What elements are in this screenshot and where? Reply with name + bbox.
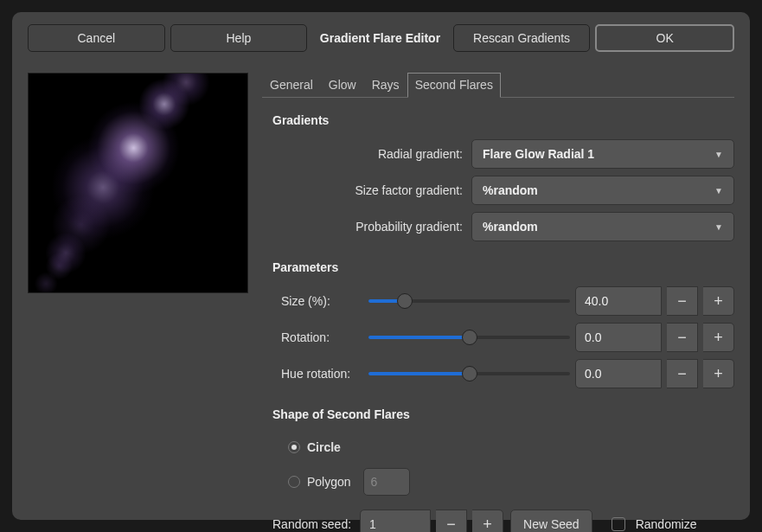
- radial-gradient-value: Flare Glow Radial 1: [483, 147, 714, 161]
- seed-row: Random seed: 1 − + New Seed Randomize: [262, 510, 734, 532]
- prob-gradient-row: Probability gradient: %random ▼: [262, 212, 734, 241]
- dialog-title: Gradient Flare Editor: [312, 24, 448, 52]
- size-plus-button[interactable]: +: [703, 286, 734, 316]
- seed-minus-button[interactable]: −: [436, 510, 467, 532]
- randomize-label: Randomize: [636, 517, 697, 531]
- parameters-heading: Parameters: [272, 260, 734, 274]
- radial-gradient-row: Radial gradient: Flare Glow Radial 1 ▼: [262, 139, 734, 169]
- size-gradient-select[interactable]: %random ▼: [471, 176, 734, 205]
- hue-row: Hue rotation: 0.0 − +: [262, 359, 734, 388]
- prob-gradient-value: %random: [483, 220, 714, 234]
- preview-canvas: [28, 73, 248, 293]
- polygon-label: Polygon: [307, 475, 351, 489]
- prob-gradient-select[interactable]: %random ▼: [471, 212, 734, 241]
- rotation-label: Rotation:: [281, 330, 363, 344]
- tab-glow[interactable]: Glow: [321, 73, 364, 97]
- flare-render: [29, 74, 247, 292]
- shape-heading: Shape of Second Flares: [272, 407, 734, 421]
- size-gradient-value: %random: [483, 183, 714, 197]
- hue-slider[interactable]: [368, 360, 570, 388]
- polygon-radio[interactable]: [288, 476, 300, 488]
- size-label: Size (%):: [281, 294, 363, 308]
- gradients-heading: Gradients: [272, 113, 734, 127]
- randomize-checkbox[interactable]: [612, 517, 625, 531]
- hue-plus-button[interactable]: +: [703, 359, 734, 388]
- hue-label: Hue rotation:: [281, 367, 363, 381]
- chevron-down-icon: ▼: [714, 222, 723, 232]
- circle-radio-row[interactable]: Circle: [262, 433, 734, 461]
- size-minus-button[interactable]: −: [667, 286, 698, 316]
- rotation-minus-button[interactable]: −: [667, 323, 698, 352]
- seed-label: Random seed:: [272, 517, 351, 531]
- rotation-row: Rotation: 0.0 − +: [262, 323, 734, 352]
- polygon-radio-row[interactable]: Polygon 6: [262, 468, 734, 496]
- rotation-input[interactable]: 0.0: [575, 323, 662, 352]
- size-slider[interactable]: [368, 287, 570, 315]
- help-button[interactable]: Help: [170, 24, 308, 52]
- radial-gradient-select[interactable]: Flare Glow Radial 1 ▼: [471, 139, 734, 169]
- hue-minus-button[interactable]: −: [667, 359, 698, 388]
- settings-panel: General Glow Rays Second Flares Gradient…: [262, 73, 734, 532]
- rotation-plus-button[interactable]: +: [703, 323, 734, 352]
- tab-rays[interactable]: Rays: [364, 73, 407, 97]
- chevron-down-icon: ▼: [714, 150, 723, 159]
- circle-label: Circle: [307, 440, 341, 454]
- rescan-button[interactable]: Rescan Gradients: [453, 24, 591, 52]
- rotation-slider[interactable]: [368, 324, 570, 351]
- seed-input[interactable]: 1: [360, 510, 431, 532]
- radial-gradient-label: Radial gradient:: [272, 147, 471, 161]
- seed-plus-button[interactable]: +: [472, 510, 503, 532]
- size-row: Size (%): 40.0 − +: [262, 286, 734, 316]
- size-gradient-row: Size factor gradient: %random ▼: [262, 176, 734, 205]
- new-seed-button[interactable]: New Seed: [510, 510, 592, 532]
- ok-button[interactable]: OK: [595, 24, 734, 52]
- dialog-window: Cancel Help Gradient Flare Editor Rescan…: [12, 12, 750, 520]
- cancel-button[interactable]: Cancel: [28, 24, 165, 52]
- polygon-sides-input[interactable]: 6: [363, 468, 410, 496]
- top-bar: Cancel Help Gradient Flare Editor Rescan…: [12, 12, 750, 61]
- content-area: General Glow Rays Second Flares Gradient…: [12, 61, 750, 532]
- chevron-down-icon: ▼: [714, 186, 723, 195]
- prob-gradient-label: Probability gradient:: [272, 220, 471, 234]
- tab-second-flares[interactable]: Second Flares: [407, 73, 501, 98]
- circle-radio[interactable]: [288, 441, 300, 453]
- tab-bar: General Glow Rays Second Flares: [262, 73, 734, 98]
- tab-general[interactable]: General: [262, 73, 321, 97]
- size-gradient-label: Size factor gradient:: [272, 183, 471, 197]
- size-input[interactable]: 40.0: [575, 286, 662, 316]
- hue-input[interactable]: 0.0: [575, 359, 662, 388]
